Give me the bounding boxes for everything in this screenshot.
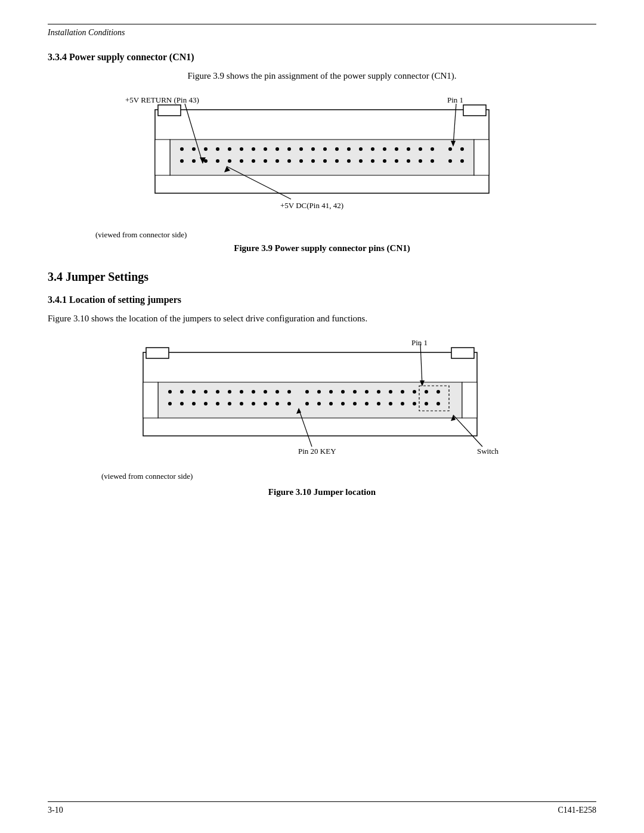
svg-point-86 (413, 390, 416, 394)
svg-point-82 (365, 390, 369, 394)
svg-point-8 (228, 147, 231, 151)
svg-point-109 (413, 402, 416, 405)
svg-point-29 (192, 159, 196, 163)
svg-rect-53 (474, 140, 489, 175)
fig-caption-39: Figure 3.9 Power supply connector pins (… (48, 243, 596, 253)
svg-point-70 (216, 390, 219, 394)
svg-point-67 (180, 390, 184, 394)
svg-point-16 (323, 147, 327, 151)
svg-point-93 (216, 402, 219, 405)
footer-right: C141-E258 (558, 806, 596, 815)
svg-rect-1 (158, 105, 181, 116)
footer: 3-10 C141-E258 (48, 801, 596, 815)
svg-point-89 (168, 402, 172, 405)
label-pin43: +5V RETURN (Pin 43) (125, 95, 199, 104)
label-pin1-fig10: Pin 1 (411, 338, 428, 347)
svg-point-21 (383, 147, 386, 151)
svg-point-39 (311, 159, 315, 163)
footer-left: 3-10 (48, 806, 63, 815)
svg-point-23 (407, 147, 410, 151)
section-341-title: 3.4.1 Location of setting jumpers (48, 295, 596, 305)
svg-point-44 (371, 159, 374, 163)
svg-point-13 (287, 147, 291, 151)
svg-point-9 (240, 147, 243, 151)
svg-point-12 (275, 147, 279, 151)
section-334-title: 3.3.4 Power supply connector (CN1) (48, 52, 596, 63)
svg-point-33 (240, 159, 243, 163)
svg-point-46 (395, 159, 398, 163)
svg-point-94 (228, 402, 231, 405)
svg-point-38 (299, 159, 303, 163)
svg-point-47 (407, 159, 410, 163)
svg-point-48 (419, 159, 422, 163)
svg-point-77 (305, 390, 309, 394)
svg-point-110 (425, 402, 428, 405)
svg-point-75 (275, 390, 279, 394)
figure-39: +5V RETURN (Pin 43) Pin 1 (48, 92, 596, 253)
svg-point-84 (389, 390, 392, 394)
svg-point-50 (448, 159, 452, 163)
page: Installation Conditions 3.3.4 Power supp… (0, 0, 644, 833)
svg-point-71 (228, 390, 231, 394)
svg-point-66 (168, 390, 172, 394)
svg-point-51 (460, 159, 464, 163)
svg-point-32 (228, 159, 231, 163)
svg-point-102 (329, 402, 333, 405)
svg-point-103 (341, 402, 345, 405)
svg-point-76 (287, 390, 291, 394)
svg-point-87 (425, 390, 428, 394)
svg-rect-3 (170, 140, 474, 175)
svg-point-7 (216, 147, 219, 151)
svg-point-91 (192, 402, 196, 405)
header-label: Installation Conditions (48, 28, 596, 38)
svg-point-24 (419, 147, 422, 151)
svg-point-40 (323, 159, 327, 163)
svg-point-17 (335, 147, 339, 151)
svg-point-37 (287, 159, 291, 163)
section-34-title: 3.4 Jumper Settings (48, 270, 596, 284)
svg-point-74 (264, 390, 267, 394)
section-334-body: Figure 3.9 shows the pin assignment of t… (48, 71, 596, 81)
svg-point-80 (341, 390, 345, 394)
svg-point-43 (359, 159, 363, 163)
section-341-body: Figure 3.10 shows the location of the ju… (48, 314, 596, 324)
svg-point-42 (347, 159, 351, 163)
viewed-note-fig9: (viewed from connector side) (95, 230, 596, 240)
svg-point-45 (383, 159, 386, 163)
svg-point-104 (353, 402, 357, 405)
svg-point-101 (317, 402, 321, 405)
viewed-note-fig10: (viewed from connector side) (101, 472, 193, 481)
svg-point-34 (252, 159, 255, 163)
top-rule (48, 24, 596, 24)
svg-point-96 (252, 402, 255, 405)
svg-point-72 (240, 390, 243, 394)
svg-point-107 (389, 402, 392, 405)
svg-point-99 (287, 402, 291, 405)
svg-point-11 (264, 147, 267, 151)
svg-point-28 (180, 159, 184, 163)
svg-point-88 (436, 390, 440, 394)
svg-point-15 (311, 147, 315, 151)
svg-point-85 (401, 390, 404, 394)
svg-point-106 (377, 402, 380, 405)
svg-point-95 (240, 402, 243, 405)
svg-point-20 (371, 147, 374, 151)
svg-point-10 (252, 147, 255, 151)
svg-point-22 (395, 147, 398, 151)
svg-point-14 (299, 147, 303, 151)
svg-rect-2 (463, 105, 486, 116)
figure-310: Pin 1 (48, 335, 596, 497)
svg-point-108 (401, 402, 404, 405)
svg-point-90 (180, 402, 184, 405)
svg-point-26 (448, 147, 452, 151)
svg-point-31 (216, 159, 219, 163)
svg-point-100 (305, 402, 309, 405)
svg-point-4 (180, 147, 184, 151)
svg-rect-52 (155, 140, 170, 175)
svg-point-27 (460, 147, 464, 151)
svg-point-36 (275, 159, 279, 163)
svg-point-6 (204, 147, 208, 151)
fig-caption-310: Figure 3.10 Jumper location (48, 487, 596, 497)
svg-point-41 (335, 159, 339, 163)
svg-point-105 (365, 402, 369, 405)
